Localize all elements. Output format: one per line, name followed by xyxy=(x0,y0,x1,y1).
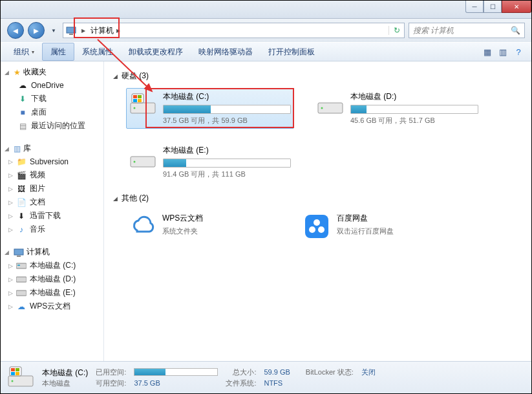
address-bar[interactable]: ▶ 计算机 ▶ ↻ xyxy=(63,23,405,38)
sidebar-item-drive-c[interactable]: ▷本地磁盘 (C:) xyxy=(1,259,103,272)
other-label: 百度网盘 xyxy=(337,213,453,224)
status-free-val: 37.5 GB xyxy=(134,379,218,387)
picture-icon: 🖼 xyxy=(16,184,27,194)
search-input[interactable]: 搜索 计算机 🔍 xyxy=(409,23,525,38)
sidebar-item-documents[interactable]: ▷📄文档 xyxy=(1,195,103,209)
wps-cloud-icon xyxy=(129,213,156,240)
svg-point-21 xyxy=(309,226,315,233)
drive-icon xyxy=(129,145,156,172)
preview-pane-button[interactable]: ▥ xyxy=(495,47,511,57)
svg-rect-3 xyxy=(17,256,21,257)
drive-e[interactable]: 本地磁盘 (E:) 91.4 GB 可用，共 111 GB xyxy=(126,142,294,182)
maximize-button[interactable]: ☐ xyxy=(484,1,502,13)
star-icon: ★ xyxy=(14,68,21,77)
sidebar-item-desktop[interactable]: ■桌面 xyxy=(1,105,103,119)
expand-icon: ▷ xyxy=(8,159,13,165)
other-label: WPS云文档 xyxy=(162,213,279,224)
svg-point-16 xyxy=(321,107,323,109)
refresh-button[interactable]: ↻ xyxy=(388,26,404,35)
onedrive-icon: ☁ xyxy=(17,80,28,91)
toolbar-map-drive[interactable]: 映射网络驱动器 xyxy=(191,43,261,61)
collapse-icon: ◢ xyxy=(5,249,11,256)
svg-point-22 xyxy=(318,226,325,233)
sidebar-item-pictures[interactable]: ▷🖼图片 xyxy=(1,182,103,195)
nav-forward-button[interactable]: ► xyxy=(28,22,45,39)
video-icon: 🎬 xyxy=(16,170,27,181)
sidebar-item-recent[interactable]: ▤最近访问的位置 xyxy=(1,119,103,133)
expand-icon: ▷ xyxy=(8,186,13,192)
sidebar-item-xunlei[interactable]: ▷⬇迅雷下载 xyxy=(1,209,103,223)
status-free-label: 可用空间: xyxy=(96,378,126,388)
drive-label: 本地磁盘 (D:) xyxy=(350,91,478,102)
section-other[interactable]: ◢ 其他 (2) xyxy=(113,193,522,204)
help-button[interactable]: ? xyxy=(511,47,526,57)
drive-label: 本地磁盘 (C:) xyxy=(163,91,291,102)
sidebar-item-music[interactable]: ▷♪音乐 xyxy=(1,223,103,236)
toolbar-properties[interactable]: 属性 xyxy=(42,43,74,61)
toolbar-control-panel[interactable]: 打开控制面板 xyxy=(261,43,323,61)
svg-rect-26 xyxy=(11,368,15,371)
toolbar-organize[interactable]: 组织 xyxy=(6,43,42,61)
nav-history-dropdown[interactable]: ▼ xyxy=(48,28,59,34)
svg-rect-11 xyxy=(133,95,137,98)
status-bitlocker-label: BitLocker 状态: xyxy=(306,367,354,377)
svg-point-18 xyxy=(134,161,136,163)
search-icon: 🔍 xyxy=(511,26,520,35)
drive-usage-bar xyxy=(163,105,291,114)
drive-usage-bar xyxy=(163,159,291,168)
drive-win-icon xyxy=(129,91,156,118)
other-baidu[interactable]: 百度网盘 双击运行百度网盘 xyxy=(301,210,456,243)
collapse-icon: ◢ xyxy=(113,195,118,202)
status-bitlocker-val: 关闭 xyxy=(361,367,376,377)
svg-rect-6 xyxy=(16,277,27,282)
svg-rect-29 xyxy=(16,372,19,375)
status-fs-val: NTFS xyxy=(264,379,290,387)
drive-d[interactable]: 本地磁盘 (D:) 45.6 GB 可用，共 51.7 GB xyxy=(314,88,482,129)
expand-icon: ▷ xyxy=(8,276,13,283)
status-total-label: 总大小: xyxy=(226,367,256,377)
download-icon: ⬇ xyxy=(17,94,28,104)
sidebar-favorites-header[interactable]: ◢ ★ 收藏夹 xyxy=(1,65,103,79)
expand-icon: ▷ xyxy=(8,303,13,310)
sidebar-item-drive-d[interactable]: ▷本地磁盘 (D:) xyxy=(1,272,103,286)
other-sub: 双击运行百度网盘 xyxy=(337,226,453,236)
recent-icon: ▤ xyxy=(17,121,28,131)
close-button[interactable]: ✕ xyxy=(502,1,531,13)
nav-back-button[interactable]: ◄ xyxy=(7,22,24,39)
svg-rect-27 xyxy=(16,368,19,371)
sidebar-item-videos[interactable]: ▷🎬视频 xyxy=(1,168,103,182)
baidu-pan-icon xyxy=(303,213,330,240)
statusbar: 本地磁盘 (C:) 本地磁盘 已用空间: 总大小: 59.9 GB BitLoc… xyxy=(1,361,531,393)
sidebar-item-onedrive[interactable]: ☁OneDrive xyxy=(1,79,103,92)
drive-free-text: 37.5 GB 可用，共 59.9 GB xyxy=(163,116,291,126)
cloud-icon: ☁ xyxy=(16,301,27,312)
drive-icon xyxy=(16,261,27,271)
section-hdd[interactable]: ◢ 硬盘 (3) xyxy=(113,71,522,82)
other-wps[interactable]: WPS云文档 系统文件夹 xyxy=(126,210,281,243)
svg-rect-5 xyxy=(17,265,20,266)
svg-rect-13 xyxy=(133,99,137,102)
library-icon: ▥ xyxy=(14,144,21,153)
svg-rect-28 xyxy=(11,372,15,375)
sidebar-item-subversion[interactable]: ▷📁Subversion xyxy=(1,155,103,168)
sidebar-item-downloads[interactable]: ⬇下载 xyxy=(1,92,103,105)
sidebar: ◢ ★ 收藏夹 ☁OneDrive ⬇下载 ■桌面 ▤最近访问的位置 ◢ ▥ 库… xyxy=(1,61,104,361)
drive-usage-bar xyxy=(350,105,478,114)
svg-point-20 xyxy=(314,219,320,226)
sidebar-computer-header[interactable]: ◢ 计算机 xyxy=(1,245,103,259)
status-total-val: 59.9 GB xyxy=(264,368,290,376)
sidebar-item-drive-e[interactable]: ▷本地磁盘 (E:) xyxy=(1,286,103,300)
expand-icon: ▷ xyxy=(8,199,13,206)
view-mode-button[interactable]: ▦ xyxy=(480,47,495,57)
search-placeholder: 搜索 计算机 xyxy=(413,25,454,36)
toolbar-uninstall[interactable]: 卸载或更改程序 xyxy=(121,43,191,61)
toolbar-system-properties[interactable]: 系统属性 xyxy=(74,43,121,61)
minimize-button[interactable]: ─ xyxy=(465,1,484,13)
svg-rect-12 xyxy=(138,95,142,98)
drive-c[interactable]: 本地磁盘 (C:) 37.5 GB 可用，共 59.9 GB xyxy=(126,88,294,129)
sidebar-item-wps-cloud[interactable]: ▷☁WPS云文档 xyxy=(1,300,103,313)
sidebar-libraries-header[interactable]: ◢ ▥ 库 xyxy=(1,142,103,155)
drive-free-text: 45.6 GB 可用，共 51.7 GB xyxy=(350,116,478,126)
svg-rect-2 xyxy=(14,249,23,255)
breadcrumb-computer[interactable]: 计算机 xyxy=(90,25,114,36)
